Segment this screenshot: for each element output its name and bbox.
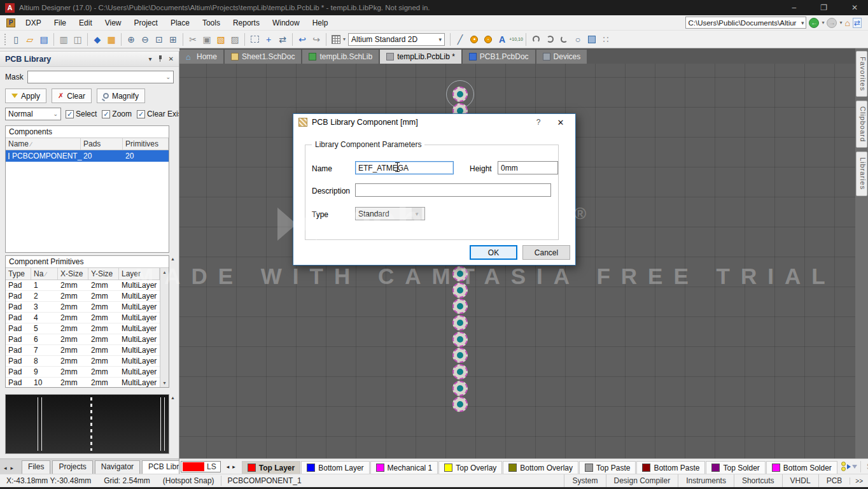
menu-item[interactable]: Reports [227,16,266,30]
pcb-pad[interactable] [452,283,468,298]
select-area-icon[interactable] [248,32,262,46]
place-string-icon[interactable]: A [495,32,509,46]
minimize-button[interactable]: – [792,3,796,12]
print-icon[interactable]: ▥ [57,32,71,46]
full-circle-icon[interactable]: ○ [571,32,585,46]
col-type[interactable]: Type [8,269,25,278]
splitter-collapse-icon[interactable]: ▲ [171,257,175,261]
primitive-row[interactable]: Pad 10 2mm 2mm MultiLayer [6,378,160,388]
back-button[interactable]: ← [809,18,819,28]
zoom-area-icon[interactable]: ⊞ [166,32,180,46]
chevron-down-icon[interactable]: ▾ [801,20,804,26]
view-3d-icon[interactable]: ◆ [90,32,104,46]
active-layer-icon[interactable] [847,464,851,469]
sync-icon[interactable]: ⇄ [853,18,862,28]
panel-pin-icon[interactable] [158,55,163,63]
col-layer[interactable]: Layer [122,269,141,278]
paste-icon[interactable]: ▧ [214,32,228,46]
dialog-help-button[interactable]: ? [530,118,547,127]
filter-checkbox[interactable]: ✓ Select [66,110,97,118]
cut-icon[interactable]: ✂ [186,32,200,46]
panel-tab[interactable]: Files [22,460,50,474]
pcb-pad[interactable] [452,397,468,412]
primitive-row[interactable]: Pad 9 2mm 2mm MultiLayer [6,367,160,378]
arc-center-icon[interactable] [529,32,543,46]
paste-array-icon[interactable]: ▨ [228,32,242,46]
primitive-row[interactable]: Pad 6 2mm 2mm MultiLayer [6,334,160,345]
tab-scroll-arrows-icon[interactable]: ◂▸ [0,465,20,474]
menu-item[interactable]: Window [266,16,306,30]
col-pads[interactable]: Pads [83,139,101,148]
workspace-panels-icon[interactable]: ▦ [104,32,118,46]
forward-button[interactable]: → [827,18,837,28]
status-overflow-button[interactable]: >> [850,478,868,485]
layer-tab[interactable]: Mechanical 1 [370,461,438,474]
primitive-row[interactable]: Pad 5 2mm 2mm MultiLayer [6,323,160,334]
status-bar-button[interactable]: System [564,474,605,487]
primitive-row[interactable]: Pad 8 2mm 2mm MultiLayer [6,356,160,367]
pcb-pad[interactable] [452,364,468,379]
place-via-icon[interactable] [481,32,495,46]
panel-tab[interactable]: PCB Library [142,460,179,474]
layer-color-icon[interactable] [841,462,846,466]
filter-checkbox[interactable]: ✓ Zoom [102,110,132,118]
back-history-chevron-icon[interactable]: ▾ [822,20,824,25]
new-document-icon[interactable]: ▯ [9,32,23,46]
panel-tab[interactable]: Navigator [95,460,140,474]
menu-item[interactable]: Place [164,16,196,30]
scroll-up-icon[interactable]: ▴ [163,269,165,275]
status-bar-button[interactable]: PCB [818,474,850,487]
panel-tab[interactable]: Projects [52,460,92,474]
cancel-button[interactable]: Cancel [522,245,570,260]
menu-item[interactable]: DXP [19,16,48,30]
fit-document-icon[interactable]: ⊡ [152,32,166,46]
menu-item[interactable]: View [99,16,128,30]
save-icon[interactable]: ▤ [37,32,51,46]
restore-button[interactable]: ❐ [820,3,827,12]
undo-icon[interactable]: ↩ [295,32,309,46]
board-minimap[interactable] [5,394,169,454]
primitives-scrollbar[interactable]: ▴ ▾ [160,268,169,387]
document-tab[interactable]: tempLib.SchLib [302,50,379,64]
snap-grid-chevron-icon[interactable]: ▾ [343,36,346,42]
document-tab[interactable]: Devices [536,50,587,64]
panel-menu-chevron-icon[interactable]: ▾ [149,55,152,62]
primitive-row[interactable]: Pad 3 2mm 2mm MultiLayer [6,302,160,313]
pcb-pad[interactable] [452,332,468,347]
document-tab[interactable]: Home [179,50,223,64]
document-path-combo[interactable]: C:\Users\Public\Documents\Altiur ▾ [685,17,806,29]
layer-tab[interactable]: Top Solder [706,461,765,474]
pcb-pad[interactable] [452,381,468,396]
layer-tab[interactable]: Top Paste [579,461,636,474]
arc-any-angle-icon[interactable] [557,32,571,46]
filter-checkbox[interactable]: ✓ Clear Existin [137,110,179,118]
status-bar-button[interactable]: VHDL [782,474,818,487]
zoom-out-icon[interactable]: ⊖ [138,32,152,46]
place-fill-icon[interactable] [585,32,599,46]
menu-item[interactable]: Help [306,16,335,30]
dialog-close-button[interactable]: ✕ [551,118,570,127]
col-primitives[interactable]: Primitives [125,139,158,148]
panel-close-icon[interactable]: ✕ [169,55,174,62]
redo-icon[interactable]: ↪ [309,32,323,46]
description-input[interactable] [355,183,551,197]
primitive-row[interactable]: Pad 1 2mm 2mm MultiLayer [6,280,160,291]
paste-special-array-icon[interactable]: ∷ [599,32,613,46]
status-bar-button[interactable]: Design Compiler [606,474,678,487]
layer-color-icon[interactable] [841,467,846,471]
right-panel-tab[interactable]: Clipboard [856,101,867,148]
menu-item[interactable]: Edit [73,16,99,30]
snap-grid-icon[interactable] [329,32,343,46]
status-bar-button[interactable]: Shortcuts [734,474,782,487]
menu-item[interactable]: Project [128,16,164,30]
primitive-row[interactable]: Pad 2 2mm 2mm MultiLayer [6,291,160,302]
col-xsize[interactable]: X-Size [60,269,83,278]
dialog-title-bar[interactable]: PCB Library Component [mm] ? ✕ [293,114,575,131]
mask-input[interactable]: ⌄ [27,71,174,83]
right-panel-tab[interactable]: Favorites [856,51,867,97]
col-name[interactable]: Name [8,139,29,148]
primitive-row[interactable]: Pad 7 2mm 2mm MultiLayer [6,345,160,356]
chevron-down-icon[interactable]: ⌄ [165,74,171,80]
splitter-collapse-icon[interactable]: ▲ [171,395,175,400]
arc-edge-icon[interactable] [543,32,557,46]
